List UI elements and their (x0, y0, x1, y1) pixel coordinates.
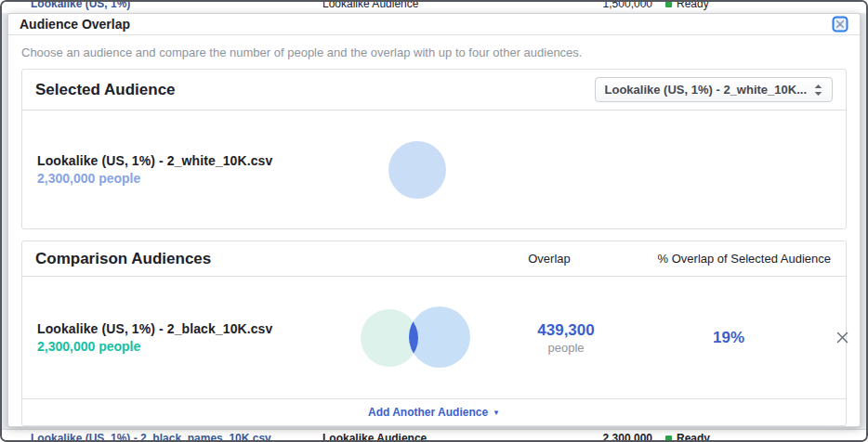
comparison-heading: Comparison Audiences (22, 250, 480, 268)
overlap-unit: people (496, 341, 636, 355)
comparison-audiences-card: Comparison Audiences Overlap % Overlap o… (21, 240, 847, 426)
add-another-audience-button[interactable]: Add Another Audience ▼ (368, 406, 500, 419)
comparison-audience-name: Lookalike (US, 1%) - 2_black_10K.csv (37, 321, 338, 336)
comparison-audience-people: 2,300,000 people (37, 339, 338, 354)
window: Lookalike (US, 1%) Lookalike Audience 1,… (0, 0, 868, 442)
up-down-arrows-icon (814, 84, 822, 96)
overlap-count: 439,300 (496, 321, 636, 340)
comparison-audience-info: Lookalike (US, 1%) - 2_black_10K.csv 2,3… (22, 321, 338, 354)
selected-audience-row: Lookalike (US, 1%) - 2_white_10K.csv 2,3… (22, 110, 846, 228)
background-audience-type: Lookalike Audience (322, 2, 418, 10)
dropdown-value: Lookalike (US, 1%) - 2_white_10K... (605, 83, 807, 97)
modal-header: Audience Overlap (8, 14, 860, 35)
venn-diagram (338, 296, 496, 380)
remove-audience-icon[interactable] (822, 331, 862, 344)
comparison-header: Comparison Audiences Overlap % Overlap o… (22, 241, 846, 277)
selected-audience-dropdown[interactable]: Lookalike (US, 1%) - 2_white_10K... (595, 77, 833, 102)
comparison-footer: Add Another Audience ▼ (22, 399, 846, 425)
close-icon[interactable] (832, 16, 848, 32)
overlap-percent: 19% (636, 329, 822, 347)
selected-audience-circle-area (338, 141, 496, 199)
selected-audience-people: 2,300,000 people (37, 171, 338, 186)
comparison-row-left: Lookalike (US, 1%) - 2_black_10K.csv 2,3… (22, 296, 496, 380)
selected-audience-info: Lookalike (US, 1%) - 2_white_10K.csv 2,3… (22, 153, 338, 186)
background-table-row-bottom: Lookalike (US, 1%) - 2_black_names_10K.c… (2, 429, 866, 440)
selected-audience-name: Lookalike (US, 1%) - 2_white_10K.csv (37, 153, 338, 168)
modal-subtitle: Choose an audience and compare the numbe… (8, 35, 860, 69)
modal-title: Audience Overlap (20, 17, 130, 32)
selected-audience-card: Selected Audience Lookalike (US, 1%) - 2… (21, 69, 847, 229)
background-audience-status: Ready (665, 432, 710, 440)
percent-overlap-column-header: % Overlap of Selected Audience (619, 252, 846, 266)
selected-audience-heading: Selected Audience (35, 81, 176, 99)
status-dot-icon (665, 2, 672, 7)
background-table-row-top: Lookalike (US, 1%) Lookalike Audience 1,… (2, 2, 866, 13)
background-audience-size: 1,500,000 (559, 2, 652, 10)
background-audience-link[interactable]: Lookalike (US, 1%) (31, 2, 130, 10)
selected-audience-header: Selected Audience Lookalike (US, 1%) - 2… (22, 70, 846, 110)
background-audience-size: 2,300,000 (559, 432, 652, 440)
audience-overlap-modal: Audience Overlap Choose an audience and … (7, 13, 861, 427)
overlap-column-header: Overlap (480, 252, 619, 266)
background-audience-status: Ready (665, 2, 709, 10)
audience-circle (388, 141, 446, 199)
status-dot-icon (665, 436, 672, 441)
chevron-down-icon: ▼ (493, 409, 500, 417)
background-audience-type: Lookalike Audience (322, 432, 427, 440)
comparison-row: Lookalike (US, 1%) - 2_black_10K.csv 2,3… (22, 277, 846, 399)
background-audience-link[interactable]: Lookalike (US, 1%) - 2_black_names_10K.c… (31, 432, 271, 440)
overlap-value-cell: 439,300 people (496, 321, 636, 355)
